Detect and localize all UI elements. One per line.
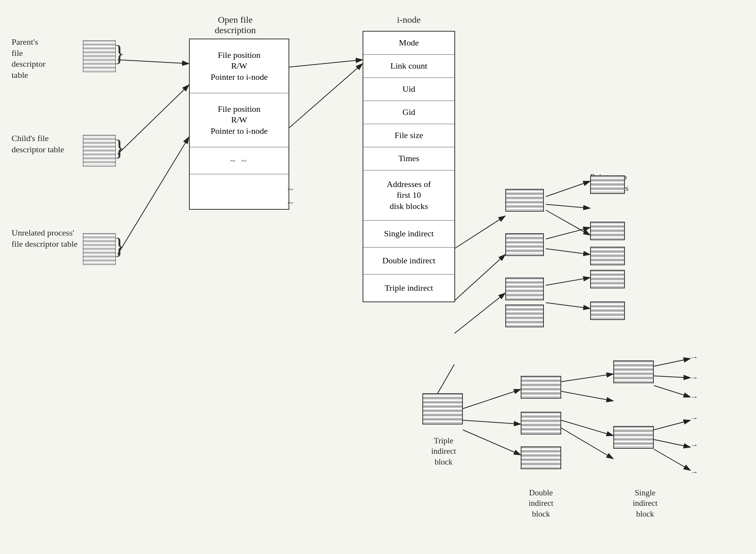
inode-filesize: File size xyxy=(363,124,454,147)
inode-box: Mode Link count Uid Gid File size Times … xyxy=(363,31,455,302)
inode-mode: Mode xyxy=(363,32,454,55)
parents-curly: } xyxy=(114,42,125,65)
svg-line-7 xyxy=(454,216,505,249)
inode-title: i-node xyxy=(363,15,455,25)
triple-indirect-block xyxy=(422,393,463,424)
disk-block-r5 xyxy=(590,301,625,320)
childs-curly: } xyxy=(114,136,125,159)
svg-line-22 xyxy=(561,391,613,401)
disk-block-d xyxy=(505,305,544,327)
svg-line-3 xyxy=(118,85,189,154)
parents-block xyxy=(83,40,116,72)
childs-block xyxy=(83,135,116,167)
diagram-container: Parent'sfiledescriptortable } Child's fi… xyxy=(0,0,756,554)
svg-line-15 xyxy=(546,278,590,285)
unrelated-curly: } xyxy=(114,234,125,258)
single-indirect-block-2 xyxy=(613,426,654,449)
arrow-r1: → xyxy=(690,353,698,362)
ofd-cell-1: File positionR/WPointer to i-node xyxy=(190,39,289,93)
unrelated-block xyxy=(83,233,116,265)
inode-gid: Gid xyxy=(363,101,454,124)
inode-triple-indirect: Triple indirect xyxy=(363,274,454,301)
ofd-squiggle: ~ ~ xyxy=(190,147,289,174)
inode-times: Times xyxy=(363,147,454,170)
inode-addresses: Addresses offirst 10disk blocks xyxy=(363,170,454,221)
svg-line-13 xyxy=(546,249,590,254)
svg-line-11 xyxy=(454,254,505,301)
svg-line-28 xyxy=(654,420,690,430)
childs-label: Child's file descriptor table xyxy=(12,133,81,155)
arrow-r6: → xyxy=(690,468,698,477)
arrow-r2: → xyxy=(690,373,698,382)
disk-block-c xyxy=(505,278,544,300)
svg-line-18 xyxy=(463,389,521,409)
svg-line-29 xyxy=(654,439,690,447)
arrow-r4: → xyxy=(690,414,698,423)
inode-link-count: Link count xyxy=(363,55,454,78)
svg-line-2 xyxy=(118,60,189,64)
ofd-squiggle-right2: ~ xyxy=(287,197,293,209)
svg-line-26 xyxy=(561,420,613,436)
arrow-r5: → xyxy=(690,441,698,450)
ofd-empty xyxy=(190,174,289,209)
unrelated-label: Unrelated process' file descriptor table xyxy=(12,227,81,249)
svg-line-8 xyxy=(546,181,590,197)
svg-line-27 xyxy=(561,428,613,459)
svg-line-25 xyxy=(654,386,690,397)
svg-line-23 xyxy=(654,359,690,366)
ofd-title: Open filedescription xyxy=(185,15,285,35)
svg-line-21 xyxy=(561,374,613,382)
inode-uid: Uid xyxy=(363,78,454,101)
svg-line-12 xyxy=(546,227,590,239)
ofd-box: File positionR/WPointer to i-node File p… xyxy=(189,39,289,210)
disk-block-r4 xyxy=(590,270,625,288)
svg-line-16 xyxy=(546,303,590,308)
inode-double-indirect: Double indirect xyxy=(363,248,454,274)
svg-line-10 xyxy=(546,210,590,235)
svg-line-19 xyxy=(463,420,521,424)
svg-line-5 xyxy=(285,60,363,67)
svg-line-30 xyxy=(654,449,690,470)
inode-single-indirect: Single indirect xyxy=(363,221,454,248)
double-indirect-block-label: Doubleindirectblock xyxy=(505,488,577,519)
ofd-cell-2: File positionR/WPointer to i-node xyxy=(190,93,289,147)
arrow-r3: → xyxy=(690,392,698,401)
svg-line-6 xyxy=(285,64,363,131)
double-indirect-block-1 xyxy=(521,376,561,399)
svg-line-9 xyxy=(546,204,590,208)
svg-line-4 xyxy=(118,137,189,254)
double-indirect-block-3 xyxy=(521,446,561,469)
disk-block-a xyxy=(505,189,544,212)
single-indirect-block-1 xyxy=(613,360,654,383)
svg-line-24 xyxy=(654,376,690,378)
svg-line-14 xyxy=(454,293,505,333)
triple-indirect-block-label: Tripleindirectblock xyxy=(405,436,482,467)
disk-block-b xyxy=(505,233,544,256)
single-indirect-block-label: Singleindirectblock xyxy=(609,488,681,519)
disk-block-r2 xyxy=(590,222,625,240)
double-indirect-block-2 xyxy=(521,412,561,434)
disk-block-r1 xyxy=(590,175,625,194)
parents-label: Parent'sfiledescriptortable xyxy=(12,37,81,81)
ofd-squiggle-right: ~ xyxy=(287,183,293,195)
disk-block-r3 xyxy=(590,247,625,265)
